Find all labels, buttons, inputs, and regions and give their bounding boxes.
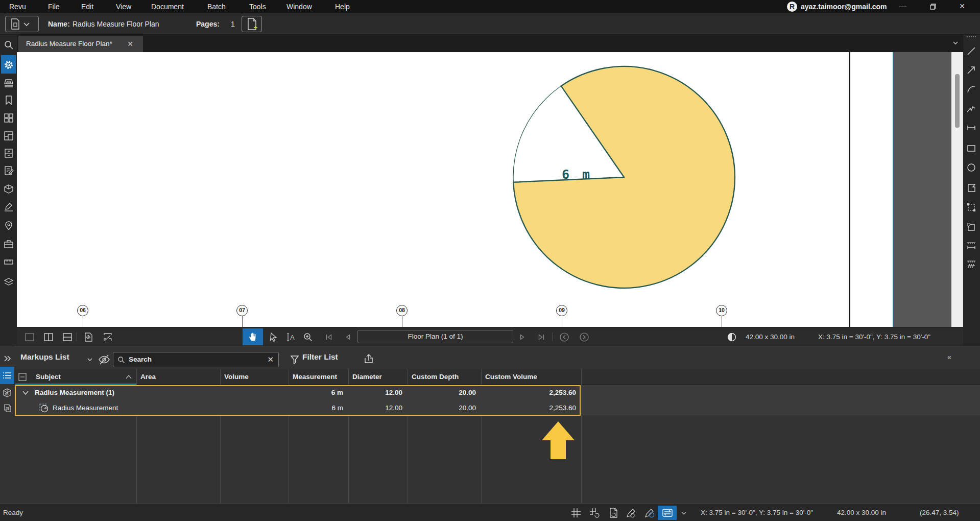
dimension-tool-icon[interactable] bbox=[966, 123, 976, 133]
rectangle-tool-icon[interactable] bbox=[966, 143, 976, 153]
places-pin-icon[interactable] bbox=[4, 221, 14, 231]
signature-icon[interactable] bbox=[4, 202, 14, 212]
menu-batch[interactable]: Batch bbox=[207, 0, 226, 13]
gear-icon[interactable] bbox=[4, 60, 14, 70]
zoom-tool-icon[interactable] bbox=[303, 332, 313, 342]
measurements-icon[interactable] bbox=[4, 257, 14, 267]
scrollbar-thumb[interactable] bbox=[955, 74, 960, 128]
markups-search-box[interactable]: Search ✕ bbox=[113, 352, 279, 367]
snap-hatch-icon[interactable] bbox=[644, 507, 655, 518]
3d-model-icon[interactable] bbox=[4, 184, 14, 194]
javascript-panel-icon[interactable]: JS bbox=[2, 403, 12, 413]
hide-markups-icon[interactable] bbox=[98, 353, 111, 366]
snap-content-icon[interactable] bbox=[608, 507, 619, 518]
arrow-tool-icon[interactable] bbox=[966, 65, 976, 75]
menu-help[interactable]: Help bbox=[335, 0, 350, 13]
page-nav-readout[interactable]: Floor Plan (1 of 1) bbox=[357, 330, 513, 343]
thumbnails-icon[interactable] bbox=[4, 113, 14, 123]
file-cabinet-icon[interactable] bbox=[4, 148, 14, 158]
clear-search-icon[interactable]: ✕ bbox=[267, 352, 274, 367]
user-email[interactable]: ayaz.taimoor@gmail.com bbox=[801, 0, 887, 13]
fit-page-icon[interactable] bbox=[103, 332, 113, 342]
menu-tools[interactable]: Tools bbox=[249, 0, 266, 13]
col-diameter[interactable]: Diameter bbox=[352, 369, 382, 385]
add-page-button[interactable] bbox=[242, 16, 262, 32]
expand-panel-icon[interactable] bbox=[3, 353, 13, 364]
split-vertical-icon[interactable] bbox=[43, 332, 54, 342]
file-access-icon[interactable] bbox=[4, 78, 14, 88]
window-restore-button[interactable] bbox=[923, 0, 943, 13]
col-subject[interactable]: Subject bbox=[36, 369, 61, 385]
selected-rows-highlight bbox=[15, 385, 581, 416]
search-icon bbox=[117, 356, 125, 364]
col-measurement[interactable]: Measurement bbox=[293, 369, 337, 385]
window-close-button[interactable]: ✕ bbox=[952, 0, 972, 13]
status-chevron-icon[interactable] bbox=[681, 511, 687, 516]
name-label: Name: bbox=[48, 13, 70, 35]
filter-list-label[interactable]: Filter List bbox=[302, 352, 338, 362]
layers-icon[interactable] bbox=[4, 277, 14, 287]
length-tool-icon[interactable] bbox=[966, 241, 976, 251]
vertical-scrollbar[interactable] bbox=[951, 52, 963, 327]
grid-line bbox=[722, 316, 722, 327]
menu-view[interactable]: View bbox=[116, 0, 131, 13]
select-tool-icon[interactable] bbox=[268, 332, 278, 342]
area-tool-icon[interactable] bbox=[966, 222, 976, 232]
sort-asc-icon[interactable] bbox=[126, 375, 132, 379]
contrast-icon[interactable] bbox=[727, 332, 737, 342]
bookmark-icon[interactable] bbox=[4, 95, 14, 105]
col-custom-depth[interactable]: Custom Depth bbox=[412, 369, 459, 385]
snap-markup-icon[interactable] bbox=[626, 507, 637, 518]
count-tool-icon[interactable] bbox=[966, 259, 976, 270]
filter-icon[interactable] bbox=[290, 354, 299, 365]
markups-list-panel-icon[interactable] bbox=[2, 370, 12, 381]
menu-document[interactable]: Document bbox=[151, 0, 184, 13]
prev-page-button[interactable] bbox=[344, 333, 352, 341]
left-panel-bar bbox=[0, 35, 17, 346]
single-pane-icon[interactable] bbox=[25, 332, 35, 342]
sync-views-icon[interactable] bbox=[83, 332, 93, 342]
tab-list-chevron-icon[interactable] bbox=[952, 39, 959, 46]
collapse-panel-icon[interactable]: « bbox=[947, 353, 950, 361]
col-volume[interactable]: Volume bbox=[224, 369, 249, 385]
search-icon[interactable] bbox=[4, 40, 14, 50]
3d-panel-icon[interactable]: 3D bbox=[2, 388, 12, 398]
radius-measurement-markup[interactable]: 6 m bbox=[511, 64, 740, 294]
split-horizontal-icon[interactable] bbox=[62, 332, 73, 342]
summary-export-icon[interactable] bbox=[363, 353, 374, 365]
markups-list-title[interactable]: Markups List bbox=[20, 352, 69, 362]
tab-close-icon[interactable]: ✕ bbox=[126, 40, 134, 48]
reuse-markup-icon[interactable] bbox=[662, 507, 673, 518]
perimeter-tool-icon[interactable] bbox=[966, 202, 976, 212]
drawing-canvas[interactable]: 6 m 06 07 08 09 10 bbox=[17, 52, 963, 327]
pan-hand-icon[interactable] bbox=[248, 331, 258, 342]
col-area[interactable]: Area bbox=[140, 369, 156, 385]
tab-radius-measure-floor-plan[interactable]: Radius Measure Floor Plan* ✕ bbox=[18, 36, 143, 52]
col-custom-volume[interactable]: Custom Volume bbox=[485, 369, 537, 385]
ellipse-tool-icon[interactable] bbox=[966, 162, 976, 173]
next-page-button[interactable] bbox=[518, 333, 527, 341]
last-page-button[interactable] bbox=[537, 333, 545, 341]
grid-icon[interactable] bbox=[570, 507, 582, 518]
first-page-button[interactable] bbox=[325, 333, 333, 341]
arc-tool-icon[interactable] bbox=[966, 84, 976, 94]
collapse-all-icon[interactable] bbox=[18, 373, 27, 381]
markup-list-icon[interactable] bbox=[4, 165, 14, 176]
snap-grid-icon[interactable] bbox=[589, 507, 600, 518]
polygon-tool-icon[interactable] bbox=[966, 183, 976, 193]
polyline-tool-icon[interactable] bbox=[966, 104, 976, 114]
menu-revu[interactable]: Revu bbox=[9, 0, 26, 13]
markups-title-chevron-icon[interactable] bbox=[87, 357, 93, 363]
menu-window[interactable]: Window bbox=[286, 0, 312, 13]
line-tool-icon[interactable] bbox=[966, 46, 976, 56]
menu-file[interactable]: File bbox=[48, 0, 60, 13]
prev-view-button[interactable] bbox=[559, 332, 569, 342]
text-select-icon[interactable]: A bbox=[286, 332, 296, 342]
document-chooser-button[interactable] bbox=[5, 16, 39, 32]
window-minimize-button[interactable]: — bbox=[893, 0, 913, 13]
next-view-button[interactable] bbox=[579, 332, 589, 342]
toolbox-icon[interactable] bbox=[4, 239, 14, 249]
spaces-icon[interactable] bbox=[4, 131, 14, 141]
menu-edit[interactable]: Edit bbox=[81, 0, 93, 13]
grip-dots-icon[interactable] bbox=[966, 35, 976, 45]
